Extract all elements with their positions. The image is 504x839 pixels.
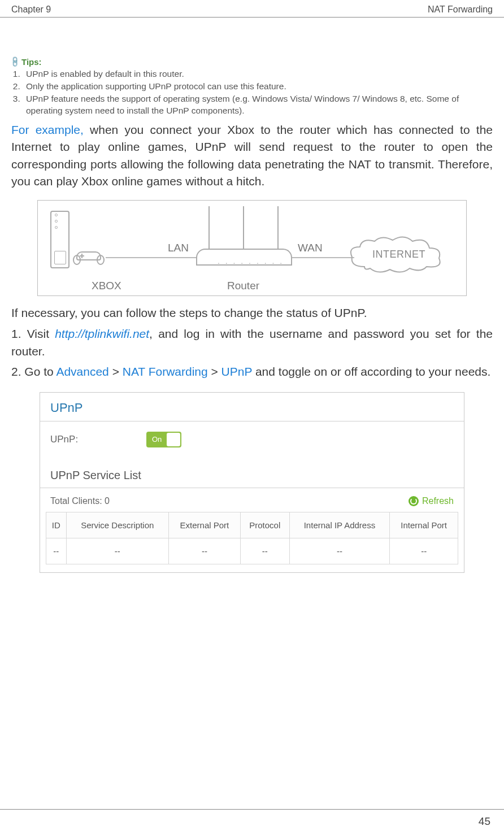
for-example-label: For example, — [11, 123, 84, 136]
list-item: 2. Go to Advanced > NAT Forwarding > UPn… — [11, 363, 493, 380]
col-desc: Service Description — [66, 512, 168, 538]
upnp-title: UPnP — [40, 393, 464, 418]
total-clients: Total Clients: 0 — [50, 496, 110, 506]
intro-text: If necessary, you can follow the steps t… — [11, 306, 493, 320]
step-text: 1. Visit http://tplinkwifi.net, and log … — [11, 327, 493, 357]
chapter-label: Chapter 9 — [11, 5, 51, 15]
section-label: NAT Forwarding — [428, 5, 493, 15]
refresh-icon — [409, 496, 419, 506]
refresh-button[interactable]: Refresh — [409, 496, 454, 506]
tips-list: UPnP is enabled by default in this route… — [11, 68, 493, 117]
upnp-toggle[interactable]: On — [146, 432, 181, 447]
router-label: Router — [227, 280, 259, 292]
table-row: -- -- -- -- -- -- — [46, 538, 458, 564]
col-protocol: Protocol — [240, 512, 289, 538]
router-led-dots: · · · · · · · · · — [218, 258, 284, 267]
col-id: ID — [46, 512, 67, 538]
table-header-row: ID Service Description External Port Pro… — [46, 512, 458, 538]
wan-label: WAN — [298, 242, 323, 254]
antenna-shape — [208, 206, 210, 249]
service-list-title: UPnP Service List — [40, 453, 464, 484]
col-internal-port: Internal Port — [390, 512, 458, 538]
controller-shape — [72, 246, 106, 266]
service-table: ID Service Description External Port Pro… — [46, 512, 458, 564]
paperclip-icon: 🔗 — [9, 55, 21, 68]
tplink-url-link[interactable]: http://tplinkwifi.net — [55, 327, 149, 340]
col-ext-port: External Port — [168, 512, 240, 538]
example-paragraph: For example, when you connect your Xbox … — [11, 121, 493, 190]
nav-nat-forwarding: NAT Forwarding — [123, 365, 208, 378]
list-item: Only the application supporting UPnP pro… — [23, 81, 493, 93]
steps-list: 1. Visit http://tplinkwifi.net, and log … — [11, 325, 493, 380]
cell-empty: -- — [46, 538, 67, 564]
antenna-shape — [277, 206, 279, 249]
nav-advanced: Advanced — [56, 365, 108, 378]
upnp-toggle-label: UPnP: — [50, 434, 146, 445]
antenna-shape — [243, 206, 244, 249]
toggle-knob — [167, 433, 180, 446]
upnp-panel: UPnP UPnP: On UPnP Service List Total Cl… — [40, 392, 464, 573]
toggle-state-text: On — [152, 435, 162, 444]
step-text: 2. Go to Advanced > NAT Forwarding > UPn… — [11, 365, 490, 378]
page-number: 45 — [479, 815, 490, 828]
lan-line — [106, 257, 196, 258]
cell-empty: -- — [168, 538, 240, 564]
tips-block: 🔗Tips: UPnP is enabled by default in thi… — [11, 57, 493, 117]
example-text: when you connect your Xbox to the router… — [11, 123, 493, 188]
cell-empty: -- — [240, 538, 289, 564]
xbox-label: XBOX — [92, 280, 121, 292]
cell-empty: -- — [390, 538, 458, 564]
footer-line — [0, 809, 504, 810]
internet-label: INTERNET — [372, 249, 425, 260]
nav-upnp: UPnP — [221, 365, 252, 378]
list-item: UPnP is enabled by default in this route… — [23, 68, 493, 80]
list-item: 1. Visit http://tplinkwifi.net, and log … — [11, 325, 493, 360]
xbox-drive-shape — [54, 251, 66, 264]
lan-label: LAN — [168, 242, 189, 254]
list-item: UPnP feature needs the support of operat… — [23, 93, 493, 117]
tips-label: Tips: — [21, 57, 42, 67]
wan-line — [292, 257, 354, 258]
col-internal-ip: Internal IP Address — [289, 512, 390, 538]
page-header: Chapter 9 NAT Forwarding — [0, 0, 504, 18]
cell-empty: -- — [289, 538, 390, 564]
cell-empty: -- — [66, 538, 168, 564]
topology-diagram: · · · · · · · · · XBOX LAN Router WAN IN… — [37, 200, 467, 296]
refresh-label: Refresh — [422, 496, 454, 506]
